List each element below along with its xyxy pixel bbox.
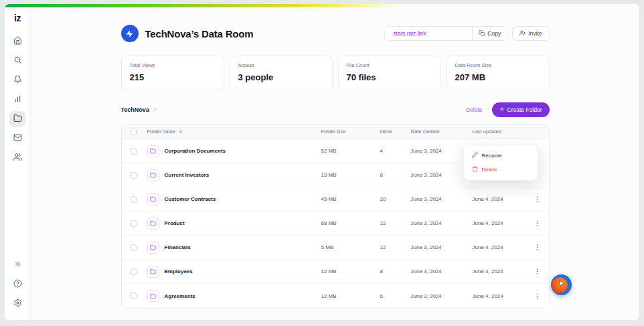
breadcrumb[interactable]: TechNova bbox=[121, 106, 158, 113]
sidebar-item-people[interactable] bbox=[9, 150, 25, 166]
row-menu-button[interactable] bbox=[534, 244, 541, 251]
folder-size: 68 MB bbox=[321, 220, 380, 226]
copy-button[interactable]: Copy bbox=[472, 27, 507, 40]
folder-name: Financials bbox=[165, 244, 191, 250]
row-checkbox[interactable] bbox=[130, 196, 137, 203]
sidebar-item-notifications[interactable] bbox=[9, 72, 25, 88]
mail-icon bbox=[13, 133, 22, 145]
folder-name: Agreements bbox=[165, 293, 195, 299]
trash-icon bbox=[472, 166, 478, 173]
table-row[interactable]: Agreements 12 MB 6 June 3, 2024 June 4, … bbox=[122, 284, 549, 308]
cursor-indicator bbox=[551, 274, 572, 295]
date-created: June 3, 2024 bbox=[411, 244, 473, 250]
column-folder-size: Folder size bbox=[321, 129, 380, 135]
stat-card: Access 3 people bbox=[230, 56, 333, 90]
row-checkbox[interactable] bbox=[130, 220, 137, 227]
folder-icon bbox=[147, 169, 159, 181]
sidebar-help-button[interactable] bbox=[9, 276, 25, 293]
dataroom-logo-icon bbox=[121, 25, 139, 42]
last-updated: June 4, 2024 bbox=[473, 220, 530, 226]
row-checkbox[interactable] bbox=[130, 148, 137, 155]
table-row[interactable]: Financials 5 MB 12 June 3, 2024 June 4, … bbox=[122, 236, 549, 260]
select-all-checkbox[interactable] bbox=[130, 129, 137, 135]
table-header-row: Folder name Folder size Items Date creat… bbox=[122, 125, 549, 139]
folder-size: 45 MB bbox=[321, 196, 380, 202]
row-checkbox[interactable] bbox=[130, 244, 137, 251]
chevron-right-icon bbox=[153, 106, 158, 113]
date-created: June 3, 2024 bbox=[411, 220, 473, 226]
folder-size: 52 MB bbox=[321, 148, 380, 154]
stat-card: Total Views 215 bbox=[121, 56, 224, 90]
delete-button[interactable]: Delete bbox=[466, 106, 483, 113]
folder-items-count: 8 bbox=[380, 268, 411, 274]
folder-name: Corporation Documents bbox=[165, 148, 226, 154]
folder-name: Customer Contracts bbox=[165, 196, 216, 202]
create-folder-button[interactable]: Create Folder bbox=[492, 102, 550, 117]
share-link-group: stats.raiz.link Copy bbox=[384, 26, 507, 41]
folders-table: Folder name Folder size Items Date creat… bbox=[121, 124, 550, 309]
toolbar: TechNova Delete Create Folder bbox=[121, 102, 550, 117]
date-created: June 3, 2024 bbox=[411, 196, 473, 202]
stat-label: Access bbox=[238, 62, 324, 68]
folder-icon bbox=[147, 218, 159, 230]
folder-name: Current Investors bbox=[165, 172, 210, 178]
folder-icon bbox=[147, 290, 159, 302]
share-link-field[interactable]: stats.raiz.link bbox=[385, 27, 472, 40]
folder-icon bbox=[147, 266, 159, 278]
row-menu-button[interactable] bbox=[534, 268, 541, 275]
stat-value: 215 bbox=[130, 72, 216, 82]
row-checkbox[interactable] bbox=[130, 293, 137, 299]
help-circle-icon bbox=[13, 278, 22, 291]
stat-card: Data Room Size 207 MB bbox=[447, 56, 550, 90]
folder-items-count: 12 bbox=[380, 220, 411, 226]
column-folder-name[interactable]: Folder name bbox=[147, 129, 321, 135]
stat-label: Total Views bbox=[130, 62, 216, 68]
row-menu-button[interactable] bbox=[534, 293, 541, 300]
context-menu: Rename Delete bbox=[463, 145, 538, 181]
app-window: iz bbox=[4, 3, 640, 321]
pencil-icon bbox=[472, 152, 478, 159]
app-logo: iz bbox=[14, 13, 21, 23]
sidebar-expand-button[interactable] bbox=[9, 257, 25, 273]
context-menu-rename[interactable]: Rename bbox=[467, 149, 534, 163]
home-icon bbox=[13, 35, 22, 48]
table-row[interactable]: Employees 12 MB 8 June 3, 2024 June 4, 2… bbox=[122, 260, 549, 284]
sidebar-settings-button[interactable] bbox=[9, 296, 25, 312]
stat-value: 207 MB bbox=[455, 72, 541, 82]
folder-size: 12 MB bbox=[321, 293, 380, 299]
sidebar-item-inbox[interactable] bbox=[9, 131, 25, 147]
last-updated: June 4, 2024 bbox=[473, 196, 530, 202]
folder-name: Product bbox=[165, 220, 185, 226]
bell-icon bbox=[13, 74, 22, 86]
folder-items-count: 8 bbox=[380, 172, 411, 178]
sidebar-item-data-rooms[interactable] bbox=[9, 111, 25, 127]
column-items: Items bbox=[380, 129, 411, 135]
folder-size: 5 MB bbox=[321, 244, 380, 250]
context-menu-delete[interactable]: Delete bbox=[467, 163, 534, 177]
user-plus-icon bbox=[519, 30, 526, 37]
row-checkbox[interactable] bbox=[130, 268, 137, 275]
table-row[interactable]: Customer Contracts 45 MB 20 June 3, 2024… bbox=[122, 187, 549, 212]
sidebar-item-analytics[interactable] bbox=[9, 92, 25, 108]
sidebar-item-search[interactable] bbox=[9, 53, 25, 69]
row-checkbox[interactable] bbox=[130, 172, 137, 179]
folder-icon bbox=[147, 193, 159, 206]
stat-card: File Count 70 files bbox=[338, 56, 441, 90]
cursor-arrow-icon bbox=[557, 279, 566, 289]
invite-button[interactable]: Invite bbox=[512, 26, 549, 41]
breadcrumb-label: TechNova bbox=[121, 106, 149, 113]
folder-items-count: 20 bbox=[380, 196, 411, 202]
folder-size: 12 MB bbox=[321, 268, 380, 274]
stats-row: Total Views 215 Access 3 people File Cou… bbox=[121, 56, 550, 90]
row-menu-button[interactable] bbox=[534, 195, 541, 203]
sidebar-item-home[interactable] bbox=[9, 33, 25, 50]
table-row[interactable]: Product 68 MB 12 June 3, 2024 June 4, 20… bbox=[122, 212, 549, 236]
page-header: TechNova’s Data Room stats.raiz.link Cop… bbox=[121, 25, 550, 42]
last-updated: June 4, 2024 bbox=[473, 244, 530, 250]
row-menu-button[interactable] bbox=[534, 220, 541, 227]
date-created: June 3, 2024 bbox=[411, 268, 473, 274]
copy-icon bbox=[479, 30, 485, 37]
users-icon bbox=[13, 152, 22, 164]
chevrons-right-icon bbox=[13, 259, 22, 271]
folder-icon bbox=[13, 113, 22, 125]
